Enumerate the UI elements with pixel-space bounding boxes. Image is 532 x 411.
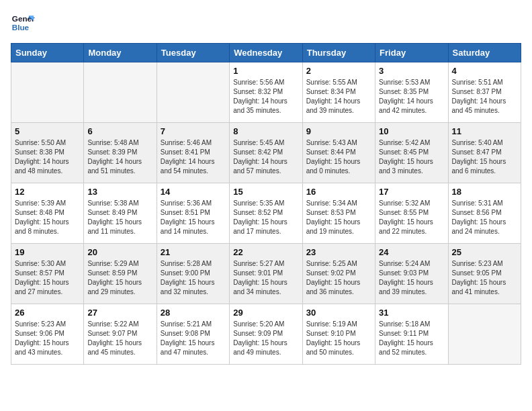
svg-text:Blue: Blue [12,23,30,32]
day-number: 2 [306,66,371,76]
day-info: Sunrise: 5:42 AM Sunset: 8:45 PM Dayligh… [379,138,444,176]
calendar-cell: 14Sunrise: 5:36 AM Sunset: 8:51 PM Dayli… [157,183,229,244]
day-info: Sunrise: 5:30 AM Sunset: 8:57 PM Dayligh… [15,259,80,297]
day-info: Sunrise: 5:50 AM Sunset: 8:38 PM Dayligh… [15,138,80,176]
header-row: SundayMondayTuesdayWednesdayThursdayFrid… [11,44,521,62]
calendar-cell: 3Sunrise: 5:53 AM Sunset: 8:35 PM Daylig… [375,62,448,123]
header-sunday: Sunday [11,44,84,62]
calendar-cell: 10Sunrise: 5:42 AM Sunset: 8:45 PM Dayli… [375,123,448,183]
calendar-cell: 13Sunrise: 5:38 AM Sunset: 8:49 PM Dayli… [84,183,157,244]
day-number: 15 [233,187,298,197]
header-thursday: Thursday [302,44,375,62]
day-info: Sunrise: 5:56 AM Sunset: 8:32 PM Dayligh… [233,78,298,116]
page-header: General Blue [11,11,521,35]
day-number: 10 [379,126,444,136]
header-friday: Friday [375,44,448,62]
day-number: 20 [87,247,152,257]
day-info: Sunrise: 5:43 AM Sunset: 8:44 PM Dayligh… [306,138,371,176]
calendar-cell: 4Sunrise: 5:51 AM Sunset: 8:37 PM Daylig… [448,62,521,123]
day-number: 16 [306,187,371,197]
day-number: 31 [379,308,444,318]
day-info: Sunrise: 5:40 AM Sunset: 8:47 PM Dayligh… [452,138,517,176]
logo: General Blue [11,11,35,35]
day-info: Sunrise: 5:39 AM Sunset: 8:48 PM Dayligh… [15,199,80,236]
day-info: Sunrise: 5:18 AM Sunset: 9:11 PM Dayligh… [379,320,444,357]
header-monday: Monday [84,44,157,62]
day-info: Sunrise: 5:32 AM Sunset: 8:55 PM Dayligh… [379,199,444,236]
week-row: 12Sunrise: 5:39 AM Sunset: 8:48 PM Dayli… [11,183,521,244]
day-number: 24 [379,247,444,257]
calendar-table: SundayMondayTuesdayWednesdayThursdayFrid… [11,43,521,365]
calendar-cell: 26Sunrise: 5:23 AM Sunset: 9:06 PM Dayli… [11,304,84,365]
day-info: Sunrise: 5:34 AM Sunset: 8:53 PM Dayligh… [306,199,371,236]
calendar-cell: 28Sunrise: 5:21 AM Sunset: 9:08 PM Dayli… [157,304,229,365]
day-number: 23 [306,247,371,257]
day-info: Sunrise: 5:27 AM Sunset: 9:01 PM Dayligh… [233,259,298,297]
calendar-cell: 27Sunrise: 5:22 AM Sunset: 9:07 PM Dayli… [84,304,157,365]
week-row: 26Sunrise: 5:23 AM Sunset: 9:06 PM Dayli… [11,304,521,365]
day-info: Sunrise: 5:35 AM Sunset: 8:52 PM Dayligh… [233,199,298,236]
calendar-cell: 9Sunrise: 5:43 AM Sunset: 8:44 PM Daylig… [302,123,375,183]
calendar-cell: 11Sunrise: 5:40 AM Sunset: 8:47 PM Dayli… [448,123,521,183]
calendar-cell: 18Sunrise: 5:31 AM Sunset: 8:56 PM Dayli… [448,183,521,244]
day-number: 8 [233,126,298,136]
calendar-cell: 29Sunrise: 5:20 AM Sunset: 9:09 PM Dayli… [230,304,302,365]
day-info: Sunrise: 5:36 AM Sunset: 8:51 PM Dayligh… [161,199,226,236]
day-number: 28 [161,308,226,318]
day-number: 6 [87,126,152,136]
calendar-cell: 16Sunrise: 5:34 AM Sunset: 8:53 PM Dayli… [302,183,375,244]
day-info: Sunrise: 5:53 AM Sunset: 8:35 PM Dayligh… [379,78,444,116]
day-number: 12 [15,187,80,197]
day-info: Sunrise: 5:23 AM Sunset: 9:06 PM Dayligh… [15,320,80,357]
day-number: 17 [379,187,444,197]
week-row: 5Sunrise: 5:50 AM Sunset: 8:38 PM Daylig… [11,123,521,183]
day-number: 18 [452,187,517,197]
calendar-cell: 15Sunrise: 5:35 AM Sunset: 8:52 PM Dayli… [230,183,302,244]
logo-icon: General Blue [11,11,35,35]
day-number: 21 [161,247,226,257]
week-row: 19Sunrise: 5:30 AM Sunset: 8:57 PM Dayli… [11,244,521,304]
calendar-cell: 31Sunrise: 5:18 AM Sunset: 9:11 PM Dayli… [375,304,448,365]
calendar-cell [11,62,84,123]
day-info: Sunrise: 5:19 AM Sunset: 9:10 PM Dayligh… [306,320,371,357]
day-info: Sunrise: 5:24 AM Sunset: 9:03 PM Dayligh… [379,259,444,297]
day-info: Sunrise: 5:31 AM Sunset: 8:56 PM Dayligh… [452,199,517,236]
day-number: 14 [161,187,226,197]
week-row: 1Sunrise: 5:56 AM Sunset: 8:32 PM Daylig… [11,62,521,123]
calendar-cell: 19Sunrise: 5:30 AM Sunset: 8:57 PM Dayli… [11,244,84,304]
day-info: Sunrise: 5:29 AM Sunset: 8:59 PM Dayligh… [87,259,152,297]
calendar-cell: 7Sunrise: 5:46 AM Sunset: 8:41 PM Daylig… [157,123,229,183]
calendar-cell: 21Sunrise: 5:28 AM Sunset: 9:00 PM Dayli… [157,244,229,304]
calendar-cell: 24Sunrise: 5:24 AM Sunset: 9:03 PM Dayli… [375,244,448,304]
day-info: Sunrise: 5:51 AM Sunset: 8:37 PM Dayligh… [452,78,517,116]
day-info: Sunrise: 5:38 AM Sunset: 8:49 PM Dayligh… [87,199,152,236]
calendar-cell: 8Sunrise: 5:45 AM Sunset: 8:42 PM Daylig… [230,123,302,183]
day-info: Sunrise: 5:25 AM Sunset: 9:02 PM Dayligh… [306,259,371,297]
day-info: Sunrise: 5:22 AM Sunset: 9:07 PM Dayligh… [87,320,152,357]
calendar-cell [157,62,229,123]
day-number: 25 [452,247,517,257]
calendar-cell: 20Sunrise: 5:29 AM Sunset: 8:59 PM Dayli… [84,244,157,304]
day-number: 13 [87,187,152,197]
day-info: Sunrise: 5:46 AM Sunset: 8:41 PM Dayligh… [161,138,226,176]
day-number: 11 [452,126,517,136]
calendar-cell: 2Sunrise: 5:55 AM Sunset: 8:34 PM Daylig… [302,62,375,123]
calendar-cell: 5Sunrise: 5:50 AM Sunset: 8:38 PM Daylig… [11,123,84,183]
day-info: Sunrise: 5:45 AM Sunset: 8:42 PM Dayligh… [233,138,298,176]
calendar-cell: 23Sunrise: 5:25 AM Sunset: 9:02 PM Dayli… [302,244,375,304]
day-info: Sunrise: 5:20 AM Sunset: 9:09 PM Dayligh… [233,320,298,357]
day-info: Sunrise: 5:55 AM Sunset: 8:34 PM Dayligh… [306,78,371,116]
calendar-cell: 22Sunrise: 5:27 AM Sunset: 9:01 PM Dayli… [230,244,302,304]
day-number: 19 [15,247,80,257]
day-number: 9 [306,126,371,136]
calendar-cell [84,62,157,123]
calendar-cell: 30Sunrise: 5:19 AM Sunset: 9:10 PM Dayli… [302,304,375,365]
day-number: 3 [379,66,444,76]
header-saturday: Saturday [448,44,521,62]
calendar-cell [448,304,521,365]
calendar-cell: 25Sunrise: 5:23 AM Sunset: 9:05 PM Dayli… [448,244,521,304]
day-number: 27 [87,308,152,318]
header-tuesday: Tuesday [157,44,229,62]
calendar-cell: 17Sunrise: 5:32 AM Sunset: 8:55 PM Dayli… [375,183,448,244]
calendar-cell: 6Sunrise: 5:48 AM Sunset: 8:39 PM Daylig… [84,123,157,183]
